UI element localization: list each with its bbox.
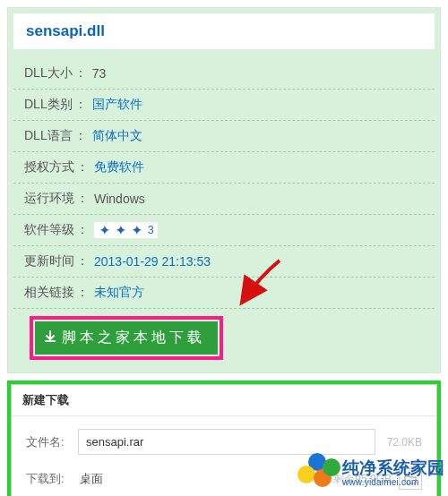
download-button[interactable]: 脚本之家本地下载 <box>35 321 218 355</box>
label-filename: 文件名: <box>26 434 73 450</box>
value-update: 2013-01-29 21:13:53 <box>94 254 211 269</box>
sep: ： <box>76 222 89 238</box>
row-environment: 运行环境 ： Windows <box>13 184 435 215</box>
row-size: DLL大小 ： 73 <box>13 58 435 90</box>
row-language: DLL语言 ： 简体中文 <box>13 121 435 152</box>
sep: ： <box>74 97 87 113</box>
sep: ： <box>76 285 89 301</box>
value-size: 73 <box>92 66 107 81</box>
label-language: DLL语言 <box>24 128 73 144</box>
label-update: 更新时间 <box>24 253 74 269</box>
download-button-highlight: 脚本之家本地下载 <box>30 316 223 360</box>
watermark-url: www.yidaimei.com <box>342 477 444 487</box>
watermark-logo-icon <box>297 455 339 491</box>
info-list: DLL大小 ： 73 DLL类别 ： 国产软件 DLL语言 ： 简体中文 授权方… <box>8 55 440 363</box>
file-size: 72.0KB <box>381 436 422 449</box>
watermark: 纯净系统家园 www.yidaimei.com <box>297 455 444 491</box>
label-link: 相关链接 <box>24 285 74 301</box>
download-button-label: 脚本之家本地下载 <box>62 329 205 347</box>
dialog-title: 新建下载 <box>12 385 436 416</box>
row-rating: 软件等级 ： ✦ ✦ ✦ 3 <box>13 215 435 246</box>
label-license: 授权方式 <box>24 159 74 175</box>
watermark-name: 纯净系统家园 <box>342 459 444 477</box>
sep: ： <box>76 191 89 207</box>
row-category: DLL类别 ： 国产软件 <box>13 90 435 121</box>
value-language[interactable]: 简体中文 <box>92 128 142 144</box>
value-link[interactable]: 未知官方 <box>94 285 144 301</box>
rating-stars: ✦ ✦ ✦ 3 <box>94 222 158 238</box>
row-filename: 文件名: 72.0KB <box>26 429 422 455</box>
value-environment: Windows <box>94 192 145 206</box>
label-size: DLL大小 <box>24 65 73 81</box>
destination-value[interactable]: 桌面 <box>73 467 333 491</box>
download-arrow-icon <box>44 330 56 346</box>
file-title: sensapi.dll <box>13 13 435 49</box>
row-update-time: 更新时间 ： 2013-01-29 21:13:53 <box>13 246 435 278</box>
star-icon: ✦ <box>114 223 128 237</box>
value-category[interactable]: 国产软件 <box>92 97 142 113</box>
info-card: sensapi.dll DLL大小 ： 73 DLL类别 ： 国产软件 DLL语… <box>7 7 441 373</box>
watermark-text-group: 纯净系统家园 www.yidaimei.com <box>342 459 444 487</box>
label-environment: 运行环境 <box>24 191 74 207</box>
star-icon: ✦ <box>98 223 112 237</box>
row-related-link: 相关链接 ： 未知官方 <box>13 278 435 309</box>
row-license: 授权方式 ： 免费软件 <box>13 152 435 184</box>
value-license[interactable]: 免费软件 <box>94 159 144 175</box>
label-rating: 软件等级 <box>24 222 74 238</box>
sep: ： <box>76 253 89 269</box>
label-category: DLL类别 <box>24 97 73 113</box>
filename-input[interactable] <box>78 429 375 455</box>
rating-count: 3 <box>148 224 154 236</box>
sep: ： <box>76 159 89 175</box>
label-destination: 下载到: <box>26 471 73 487</box>
sep: ： <box>74 65 87 81</box>
sep: ： <box>74 128 87 144</box>
star-icon: ✦ <box>130 223 144 237</box>
